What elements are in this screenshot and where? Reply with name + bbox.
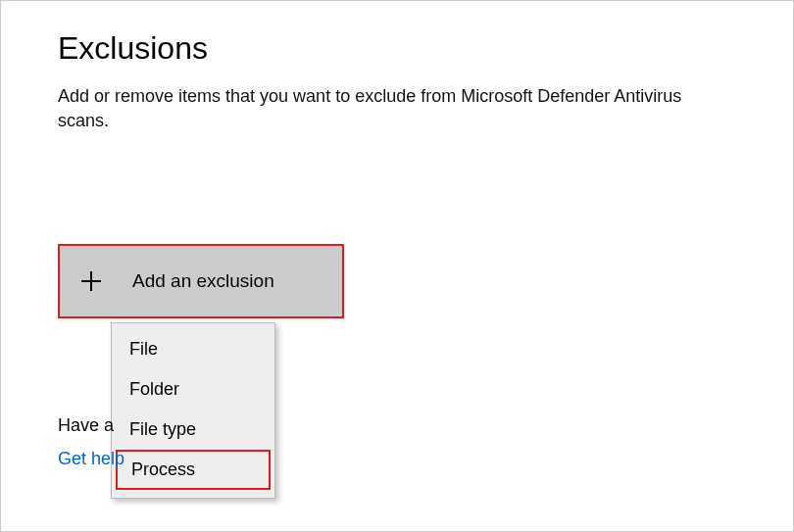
page-title: Exclusions	[58, 30, 736, 67]
dropdown-item-process[interactable]: Process	[116, 450, 271, 490]
add-exclusion-label: Add an exclusion	[132, 270, 274, 292]
plus-icon	[81, 271, 101, 291]
have-a-question-label: Have a	[58, 415, 114, 436]
page-description: Add or remove items that you want to exc…	[58, 84, 724, 133]
add-exclusion-button[interactable]: Add an exclusion	[58, 244, 344, 318]
exclusion-type-dropdown: File Folder File type Process	[111, 322, 275, 499]
get-help-link[interactable]: Get help	[58, 449, 124, 469]
dropdown-item-folder[interactable]: Folder	[112, 369, 274, 410]
dropdown-item-file-type[interactable]: File type	[112, 410, 274, 450]
dropdown-item-file[interactable]: File	[112, 329, 274, 369]
